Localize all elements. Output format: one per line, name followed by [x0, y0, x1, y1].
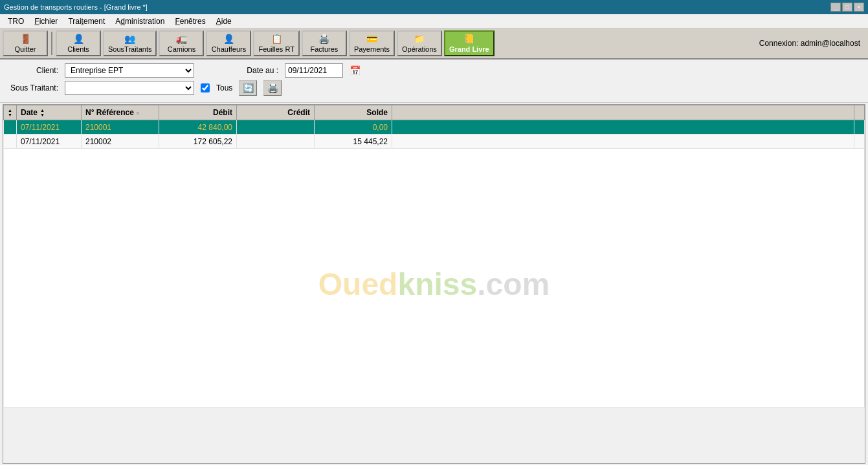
data-table: ▲▼ Date ▲▼ N° Réfé — [3, 105, 865, 407]
row2-reference: 210002 — [82, 135, 159, 149]
sous-traitants-button[interactable]: 👥 SousTraitants — [103, 30, 157, 56]
quitter-button[interactable]: 🚪 Quitter — [3, 30, 48, 56]
toolbar-separator-1 — [51, 32, 52, 55]
col-solde[interactable]: Solde — [315, 105, 392, 120]
row1-date: 07/11/2021 — [17, 120, 82, 135]
table-row-empty — [4, 149, 865, 407]
row2-sort — [4, 135, 17, 149]
maximize-btn[interactable]: □ — [842, 3, 852, 12]
chauffeurs-icon: 👤 — [223, 34, 234, 44]
feuilles-rt-button[interactable]: 📋 Feuilles RT — [253, 30, 299, 56]
row1-debit: 42 840,00 — [159, 120, 237, 135]
operations-icon: 📁 — [414, 34, 425, 44]
col-scrollbar — [854, 105, 865, 120]
client-label: Client: — [6, 66, 58, 75]
row1-reference: 210001 — [82, 120, 159, 135]
menu-bar: TRO Fichier Traitement Administration Fe… — [0, 14, 868, 28]
close-btn[interactable]: × — [854, 3, 864, 12]
calendar-icon[interactable]: 📅 — [350, 65, 361, 76]
col-sort-handle: ▲▼ — [4, 105, 17, 120]
date-input[interactable] — [285, 63, 343, 78]
row2-extra — [392, 135, 854, 149]
camions-button[interactable]: 🚛 Camions — [159, 30, 204, 56]
quitter-icon: 🚪 — [20, 34, 31, 44]
table-row[interactable]: 07/11/2021 210002 172 605,22 15 445,22 — [4, 135, 865, 149]
toolbar: 🚪 Quitter 👤 Clients 👥 SousTraitants 🚛 Ca… — [0, 28, 868, 59]
row2-debit: 172 605,22 — [159, 135, 237, 149]
sort-arrows: ▲▼ — [8, 108, 12, 117]
clients-button[interactable]: 👤 Clients — [56, 30, 101, 56]
sous-traitant-select[interactable] — [65, 81, 194, 95]
operations-button[interactable]: 📁 Opérations — [397, 30, 442, 56]
grand-livre-button[interactable]: 📒 Grand Livre — [444, 30, 495, 56]
table-header-row: ▲▼ Date ▲▼ N° Réfé — [4, 105, 865, 120]
camions-icon: 🚛 — [176, 34, 187, 44]
grand-livre-icon: 📒 — [463, 34, 474, 44]
tous-label: Tous — [216, 83, 232, 92]
table-wrapper[interactable]: ▲▼ Date ▲▼ N° Réfé — [3, 105, 865, 460]
row1-scrollbar — [854, 120, 865, 135]
window-controls: _ □ × — [830, 3, 864, 12]
client-row: Client: Entreprise EPT Date au : 📅 — [6, 63, 862, 78]
menu-fenetres[interactable]: Fenêtres — [170, 16, 210, 27]
row2-date: 07/11/2021 — [17, 135, 82, 149]
clients-icon: 👤 — [73, 34, 84, 44]
connexion-info: Connexion: admin@localhost — [759, 39, 865, 48]
factures-button[interactable]: 🖨️ Factures — [302, 30, 347, 56]
minimize-btn[interactable]: _ — [830, 3, 841, 12]
col-credit[interactable]: Crédit — [237, 105, 315, 120]
menu-tro[interactable]: TRO — [3, 16, 29, 27]
payements-icon: 💳 — [366, 34, 377, 44]
feuilles-rt-icon: 📋 — [271, 34, 282, 44]
row2-solde: 15 445,22 — [315, 135, 392, 149]
col-date[interactable]: Date ▲▼ — [17, 105, 82, 120]
print-button[interactable]: 🖨️ — [263, 80, 282, 96]
title-bar: Gestion de transports routiers - [Grand … — [0, 0, 868, 14]
factures-icon: 🖨️ — [318, 34, 329, 44]
client-select[interactable]: Entreprise EPT — [65, 63, 194, 78]
row1-sort — [4, 120, 17, 135]
menu-aide[interactable]: Aide — [211, 16, 237, 27]
main-layout: Client: Entreprise EPT Date au : 📅 Sous … — [0, 59, 868, 465]
sous-traitants-icon: 👥 — [124, 34, 135, 44]
ref-sort-icons: ○ — [137, 111, 139, 115]
chauffeurs-button[interactable]: 👤 Chauffeurs — [206, 30, 251, 56]
table-outer: Ouedkniss.com ▲▼ Date — [3, 104, 865, 464]
row1-solde: 0,00 — [315, 120, 392, 135]
date-label: Date au : — [227, 66, 278, 75]
window-title: Gestion de transports routiers - [Grand … — [4, 3, 148, 11]
row1-extra — [392, 120, 854, 135]
row1-credit — [237, 120, 315, 135]
table-row[interactable]: 07/11/2021 210001 42 840,00 0,00 — [4, 120, 865, 135]
form-area: Client: Entreprise EPT Date au : 📅 Sous … — [0, 59, 868, 103]
sous-traitant-row: Sous Traitant: Tous 🔄 🖨️ — [6, 80, 862, 96]
menu-fichier[interactable]: Fichier — [29, 16, 63, 27]
payements-button[interactable]: 💳 Payements — [349, 30, 395, 56]
sous-traitant-label: Sous Traitant: — [6, 83, 58, 92]
date-sort-icons: ▲▼ — [40, 108, 45, 117]
menu-administration[interactable]: Administration — [110, 16, 170, 27]
row2-credit — [237, 135, 315, 149]
menu-traitement[interactable]: Traitement — [63, 16, 110, 27]
tous-checkbox[interactable] — [201, 83, 210, 92]
col-extra — [392, 105, 854, 120]
refresh-button[interactable]: 🔄 — [239, 80, 257, 96]
row2-scrollbar — [854, 135, 865, 149]
col-debit[interactable]: Débit — [159, 105, 237, 120]
col-reference[interactable]: N° Référence ○ — [82, 105, 159, 120]
